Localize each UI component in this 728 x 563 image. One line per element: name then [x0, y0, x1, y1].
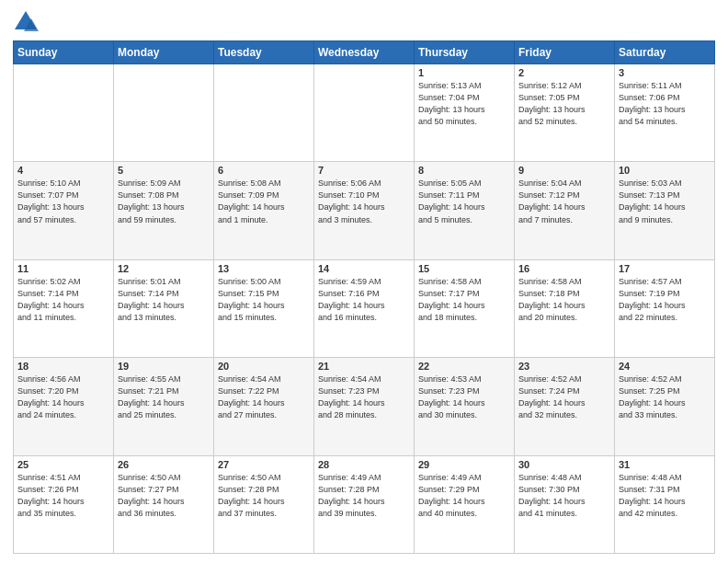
day-info: Sunrise: 4:49 AM Sunset: 7:28 PM Dayligh… — [318, 472, 410, 520]
day-info: Sunrise: 5:00 AM Sunset: 7:15 PM Dayligh… — [218, 276, 310, 324]
day-cell-19: 19Sunrise: 4:55 AM Sunset: 7:21 PM Dayli… — [114, 358, 214, 455]
day-cell-16: 16Sunrise: 4:58 AM Sunset: 7:18 PM Dayli… — [515, 259, 615, 357]
day-cell-2: 2Sunrise: 5:12 AM Sunset: 7:05 PM Daylig… — [515, 64, 615, 162]
day-info: Sunrise: 4:51 AM Sunset: 7:26 PM Dayligh… — [17, 472, 109, 520]
day-number: 16 — [518, 263, 610, 274]
day-number: 31 — [619, 459, 711, 470]
day-info: Sunrise: 5:03 AM Sunset: 7:13 PM Dayligh… — [619, 178, 711, 225]
day-number: 1 — [418, 67, 510, 78]
day-info: Sunrise: 4:48 AM Sunset: 7:31 PM Dayligh… — [619, 472, 711, 520]
empty-cell — [314, 64, 415, 162]
day-number: 5 — [118, 165, 210, 176]
day-cell-24: 24Sunrise: 4:52 AM Sunset: 7:25 PM Dayli… — [615, 358, 715, 455]
col-header-sunday: Sunday — [14, 41, 114, 64]
day-number: 9 — [518, 165, 610, 176]
day-cell-1: 1Sunrise: 5:13 AM Sunset: 7:04 PM Daylig… — [415, 64, 515, 162]
day-info: Sunrise: 4:55 AM Sunset: 7:21 PM Dayligh… — [118, 373, 210, 421]
calendar-table: SundayMondayTuesdayWednesdayThursdayFrid… — [13, 40, 715, 554]
day-number: 8 — [418, 165, 510, 176]
day-info: Sunrise: 4:56 AM Sunset: 7:20 PM Dayligh… — [17, 373, 109, 421]
day-cell-28: 28Sunrise: 4:49 AM Sunset: 7:28 PM Dayli… — [314, 455, 415, 553]
day-cell-26: 26Sunrise: 4:50 AM Sunset: 7:27 PM Dayli… — [114, 455, 214, 553]
day-cell-20: 20Sunrise: 4:54 AM Sunset: 7:22 PM Dayli… — [214, 358, 314, 455]
day-number: 19 — [118, 361, 210, 372]
day-info: Sunrise: 4:48 AM Sunset: 7:30 PM Dayligh… — [518, 472, 610, 520]
day-info: Sunrise: 5:10 AM Sunset: 7:07 PM Dayligh… — [17, 178, 109, 225]
day-number: 2 — [518, 67, 610, 78]
day-number: 22 — [418, 361, 510, 372]
day-cell-30: 30Sunrise: 4:48 AM Sunset: 7:30 PM Dayli… — [515, 455, 615, 553]
day-info: Sunrise: 5:13 AM Sunset: 7:04 PM Dayligh… — [418, 80, 510, 128]
day-info: Sunrise: 5:02 AM Sunset: 7:14 PM Dayligh… — [17, 276, 109, 324]
day-cell-17: 17Sunrise: 4:57 AM Sunset: 7:19 PM Dayli… — [615, 259, 715, 357]
day-number: 15 — [418, 263, 510, 274]
day-number: 25 — [17, 459, 109, 470]
day-number: 6 — [218, 165, 310, 176]
day-number: 30 — [518, 459, 610, 470]
header — [13, 9, 715, 35]
logo — [13, 9, 40, 35]
day-info: Sunrise: 4:54 AM Sunset: 7:22 PM Dayligh… — [218, 373, 310, 421]
day-cell-12: 12Sunrise: 5:01 AM Sunset: 7:14 PM Dayli… — [114, 259, 214, 357]
day-number: 4 — [17, 165, 109, 176]
day-info: Sunrise: 5:08 AM Sunset: 7:09 PM Dayligh… — [218, 178, 310, 225]
day-number: 29 — [418, 459, 510, 470]
day-cell-22: 22Sunrise: 4:53 AM Sunset: 7:23 PM Dayli… — [415, 358, 515, 455]
day-number: 28 — [318, 459, 410, 470]
day-number: 7 — [318, 165, 410, 176]
day-cell-7: 7Sunrise: 5:06 AM Sunset: 7:10 PM Daylig… — [314, 162, 415, 259]
day-cell-11: 11Sunrise: 5:02 AM Sunset: 7:14 PM Dayli… — [14, 259, 114, 357]
day-info: Sunrise: 4:49 AM Sunset: 7:29 PM Dayligh… — [418, 472, 510, 520]
day-info: Sunrise: 4:57 AM Sunset: 7:19 PM Dayligh… — [619, 276, 711, 324]
day-number: 27 — [218, 459, 310, 470]
day-info: Sunrise: 5:12 AM Sunset: 7:05 PM Dayligh… — [518, 80, 610, 128]
empty-cell — [214, 64, 314, 162]
day-cell-13: 13Sunrise: 5:00 AM Sunset: 7:15 PM Dayli… — [214, 259, 314, 357]
week-row-5: 25Sunrise: 4:51 AM Sunset: 7:26 PM Dayli… — [14, 455, 715, 553]
day-info: Sunrise: 4:54 AM Sunset: 7:23 PM Dayligh… — [318, 373, 410, 421]
week-row-3: 11Sunrise: 5:02 AM Sunset: 7:14 PM Dayli… — [14, 259, 715, 357]
day-cell-27: 27Sunrise: 4:50 AM Sunset: 7:28 PM Dayli… — [214, 455, 314, 553]
day-number: 20 — [218, 361, 310, 372]
logo-icon — [13, 9, 39, 35]
day-number: 23 — [518, 361, 610, 372]
day-cell-10: 10Sunrise: 5:03 AM Sunset: 7:13 PM Dayli… — [615, 162, 715, 259]
day-cell-9: 9Sunrise: 5:04 AM Sunset: 7:12 PM Daylig… — [515, 162, 615, 259]
col-header-monday: Monday — [114, 41, 214, 64]
day-cell-6: 6Sunrise: 5:08 AM Sunset: 7:09 PM Daylig… — [214, 162, 314, 259]
col-header-wednesday: Wednesday — [314, 41, 415, 64]
day-cell-31: 31Sunrise: 4:48 AM Sunset: 7:31 PM Dayli… — [615, 455, 715, 553]
day-number: 3 — [619, 67, 711, 78]
day-info: Sunrise: 4:58 AM Sunset: 7:18 PM Dayligh… — [518, 276, 610, 324]
empty-cell — [14, 64, 114, 162]
day-info: Sunrise: 4:52 AM Sunset: 7:24 PM Dayligh… — [518, 373, 610, 421]
day-cell-29: 29Sunrise: 4:49 AM Sunset: 7:29 PM Dayli… — [415, 455, 515, 553]
day-info: Sunrise: 4:50 AM Sunset: 7:28 PM Dayligh… — [218, 472, 310, 520]
day-info: Sunrise: 4:58 AM Sunset: 7:17 PM Dayligh… — [418, 276, 510, 324]
day-number: 11 — [17, 263, 109, 274]
page: SundayMondayTuesdayWednesdayThursdayFrid… — [0, 0, 728, 563]
day-number: 14 — [318, 263, 410, 274]
day-number: 18 — [17, 361, 109, 372]
col-header-thursday: Thursday — [415, 41, 515, 64]
day-number: 10 — [619, 165, 711, 176]
day-info: Sunrise: 4:53 AM Sunset: 7:23 PM Dayligh… — [418, 373, 510, 421]
empty-cell — [114, 64, 214, 162]
day-info: Sunrise: 5:05 AM Sunset: 7:11 PM Dayligh… — [418, 178, 510, 225]
day-cell-25: 25Sunrise: 4:51 AM Sunset: 7:26 PM Dayli… — [14, 455, 114, 553]
day-cell-21: 21Sunrise: 4:54 AM Sunset: 7:23 PM Dayli… — [314, 358, 415, 455]
day-info: Sunrise: 5:01 AM Sunset: 7:14 PM Dayligh… — [118, 276, 210, 324]
week-row-2: 4Sunrise: 5:10 AM Sunset: 7:07 PM Daylig… — [14, 162, 715, 259]
day-cell-15: 15Sunrise: 4:58 AM Sunset: 7:17 PM Dayli… — [415, 259, 515, 357]
week-row-1: 1Sunrise: 5:13 AM Sunset: 7:04 PM Daylig… — [14, 64, 715, 162]
week-row-4: 18Sunrise: 4:56 AM Sunset: 7:20 PM Dayli… — [14, 358, 715, 455]
day-cell-8: 8Sunrise: 5:05 AM Sunset: 7:11 PM Daylig… — [415, 162, 515, 259]
day-cell-14: 14Sunrise: 4:59 AM Sunset: 7:16 PM Dayli… — [314, 259, 415, 357]
day-cell-4: 4Sunrise: 5:10 AM Sunset: 7:07 PM Daylig… — [14, 162, 114, 259]
col-header-tuesday: Tuesday — [214, 41, 314, 64]
day-cell-23: 23Sunrise: 4:52 AM Sunset: 7:24 PM Dayli… — [515, 358, 615, 455]
day-cell-5: 5Sunrise: 5:09 AM Sunset: 7:08 PM Daylig… — [114, 162, 214, 259]
day-number: 21 — [318, 361, 410, 372]
col-header-friday: Friday — [515, 41, 615, 64]
day-info: Sunrise: 5:06 AM Sunset: 7:10 PM Dayligh… — [318, 178, 410, 225]
